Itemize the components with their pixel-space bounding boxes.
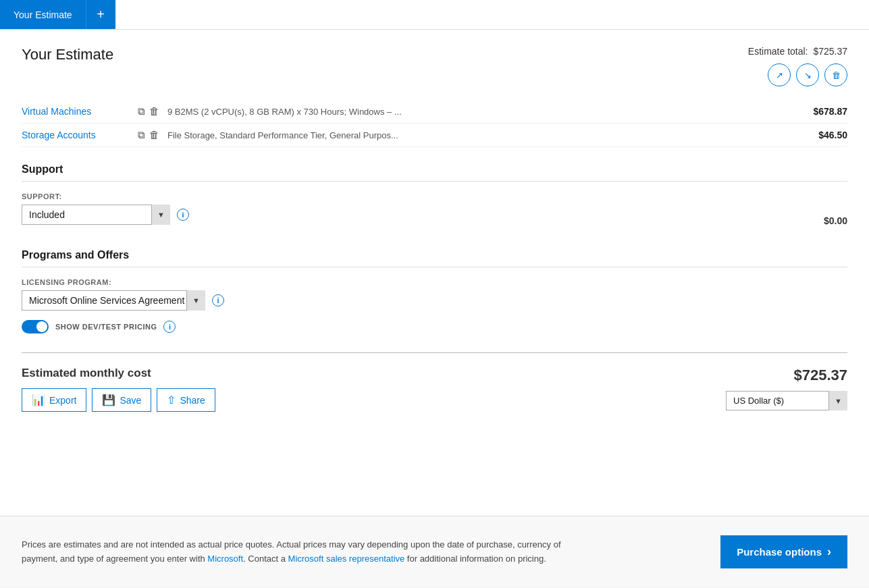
tab-your-estimate[interactable]: Your Estimate bbox=[0, 0, 86, 29]
share-label: Share bbox=[180, 395, 205, 406]
sa-action-icons: ⧉ 🗑 bbox=[138, 129, 159, 141]
support-field: SUPPORT: Included Basic Developer Standa… bbox=[22, 192, 189, 233]
vm-copy-icon[interactable]: ⧉ bbox=[138, 105, 145, 117]
sa-price: $46.50 bbox=[800, 130, 847, 140]
export-button[interactable]: 📊 Export bbox=[22, 388, 86, 412]
cost-left: Estimated monthly cost 📊 Export 💾 Save ⇧… bbox=[22, 367, 215, 412]
cost-section: Estimated monthly cost 📊 Export 💾 Save ⇧… bbox=[22, 367, 847, 412]
header-row: Your Estimate Estimate total: $725.37 ↗ … bbox=[22, 46, 847, 86]
support-field-label: SUPPORT: bbox=[22, 192, 189, 201]
dev-test-label: SHOW DEV/TEST PRICING bbox=[55, 323, 157, 331]
toggle-knob bbox=[36, 321, 47, 332]
header-right: Estimate total: $725.37 ↗ ↘ 🗑 bbox=[748, 46, 847, 86]
estimate-total-value: $725.37 bbox=[813, 46, 847, 57]
items-section: Virtual Machines ⧉ 🗑 9 B2MS (2 vCPU(s), … bbox=[22, 100, 847, 147]
estimated-cost-label: Estimated monthly cost bbox=[22, 367, 215, 380]
cost-right: $725.37 US Dollar ($) Euro (€) British P… bbox=[726, 367, 847, 410]
licensing-info-icon[interactable]: i bbox=[212, 294, 224, 306]
tab-bar: Your Estimate + bbox=[0, 0, 869, 30]
collapse-button[interactable]: ↘ bbox=[796, 63, 819, 86]
tab-add-button[interactable]: + bbox=[86, 0, 115, 29]
table-row: Virtual Machines ⧉ 🗑 9 B2MS (2 vCPU(s), … bbox=[22, 100, 847, 124]
estimated-cost-value: $725.37 bbox=[726, 367, 847, 384]
save-label: Save bbox=[120, 395, 141, 406]
licensing-select-wrapper: Microsoft Online Services Agreement Ente… bbox=[22, 290, 205, 311]
share-button[interactable]: ⇧ Share bbox=[157, 388, 215, 412]
storage-accounts-link[interactable]: Storage Accounts bbox=[22, 130, 130, 140]
support-price: $0.00 bbox=[824, 215, 847, 226]
page-title: Your Estimate bbox=[22, 46, 113, 63]
footer-disclaimer: Prices are estimates and are not intende… bbox=[22, 538, 575, 566]
microsoft-link[interactable]: Microsoft bbox=[207, 554, 243, 564]
virtual-machines-link[interactable]: Virtual Machines bbox=[22, 106, 130, 117]
expand-icon: ↗ bbox=[776, 70, 783, 80]
vm-delete-icon[interactable]: 🗑 bbox=[149, 105, 159, 117]
programs-heading: Programs and Offers bbox=[22, 249, 847, 261]
expand-button[interactable]: ↗ bbox=[768, 63, 791, 86]
sa-delete-icon[interactable]: 🗑 bbox=[149, 129, 159, 141]
export-label: Export bbox=[49, 395, 76, 406]
vm-price: $678.87 bbox=[800, 106, 847, 117]
vm-description: 9 B2MS (2 vCPU(s), 8 GB RAM) x 730 Hours… bbox=[167, 107, 800, 117]
support-select[interactable]: Included Basic Developer Standard Profes… bbox=[22, 205, 170, 225]
save-icon: 💾 bbox=[102, 394, 115, 406]
currency-select[interactable]: US Dollar ($) Euro (€) British Pound (£) bbox=[726, 391, 847, 410]
bottom-action-buttons: 📊 Export 💾 Save ⇧ Share bbox=[22, 388, 215, 412]
table-row: Storage Accounts ⧉ 🗑 File Storage, Stand… bbox=[22, 124, 847, 147]
main-content: Your Estimate Estimate total: $725.37 ↗ … bbox=[0, 30, 869, 516]
support-select-wrapper: Included Basic Developer Standard Profes… bbox=[22, 205, 170, 225]
estimate-total: Estimate total: $725.37 bbox=[748, 46, 847, 57]
support-divider bbox=[22, 181, 847, 182]
licensing-select-row: Microsoft Online Services Agreement Ente… bbox=[22, 290, 847, 311]
tab-label: Your Estimate bbox=[14, 9, 72, 20]
action-icons: ↗ ↘ 🗑 bbox=[748, 63, 847, 86]
purchase-options-button[interactable]: Purchase options › bbox=[720, 535, 847, 568]
sales-rep-link[interactable]: Microsoft sales representative bbox=[288, 554, 405, 564]
licensing-field-label: LICENSING PROGRAM: bbox=[22, 278, 847, 286]
support-select-row: Included Basic Developer Standard Profes… bbox=[22, 205, 189, 225]
collapse-icon: ↘ bbox=[804, 70, 812, 80]
export-icon: 📊 bbox=[32, 394, 45, 406]
vm-action-icons: ⧉ 🗑 bbox=[138, 105, 159, 117]
sa-copy-icon[interactable]: ⧉ bbox=[138, 129, 145, 141]
bottom-divider bbox=[22, 352, 847, 353]
support-heading: Support bbox=[22, 163, 847, 176]
support-info-icon[interactable]: i bbox=[177, 209, 189, 221]
delete-button[interactable]: 🗑 bbox=[824, 63, 847, 86]
footer: Prices are estimates and are not intende… bbox=[0, 516, 869, 587]
save-button[interactable]: 💾 Save bbox=[92, 388, 151, 412]
dev-test-toggle[interactable] bbox=[22, 320, 49, 333]
licensing-select[interactable]: Microsoft Online Services Agreement Ente… bbox=[22, 290, 205, 311]
purchase-arrow-icon: › bbox=[827, 545, 831, 559]
programs-divider bbox=[22, 267, 847, 267]
add-icon: + bbox=[97, 7, 105, 22]
delete-icon: 🗑 bbox=[832, 70, 841, 80]
currency-select-wrapper: US Dollar ($) Euro (€) British Pound (£)… bbox=[726, 391, 847, 410]
estimate-total-label: Estimate total: bbox=[748, 46, 808, 57]
share-icon: ⇧ bbox=[167, 394, 176, 406]
purchase-label: Purchase options bbox=[737, 546, 822, 558]
dev-test-toggle-row: SHOW DEV/TEST PRICING i bbox=[22, 320, 847, 333]
dev-test-info-icon[interactable]: i bbox=[163, 321, 176, 333]
sa-description: File Storage, Standard Performance Tier,… bbox=[167, 130, 800, 140]
